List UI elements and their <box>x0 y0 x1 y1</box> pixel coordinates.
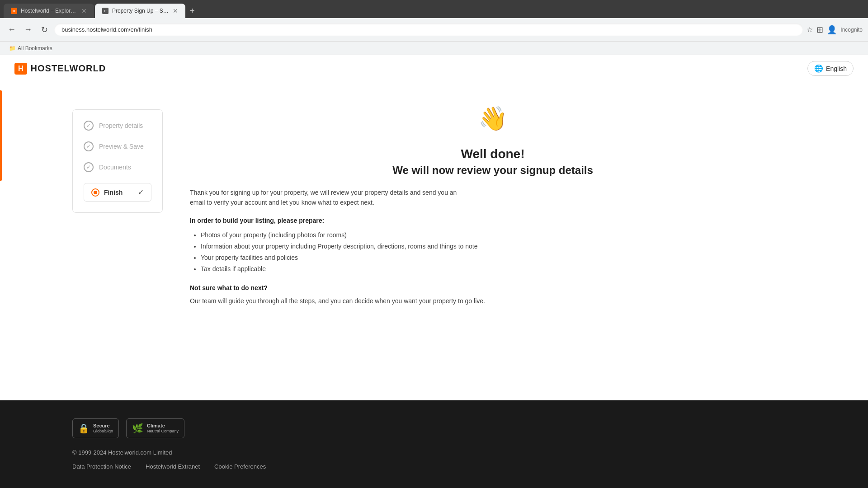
step-label-documents: Documents <box>99 164 131 171</box>
address-bar-row: ← → ↻ ☆ ⊞ 👤 Incognito <box>0 18 868 42</box>
left-accent-bar <box>0 90 2 181</box>
climate-badge: 🌿 Climate Neutral Company <box>126 418 184 438</box>
tab-close-1[interactable]: ✕ <box>81 8 87 14</box>
cookie-preferences-link[interactable]: Cookie Preferences <box>214 463 266 470</box>
badge-text-climate: Climate Neutral Company <box>147 422 179 434</box>
footer-links: Data Protection Notice Hostelworld Extra… <box>72 463 796 470</box>
bullet-3: Your property facilities and policies <box>201 252 796 263</box>
bullet-2: Information about your property includin… <box>201 241 796 252</box>
page-wrapper: H HOSTELWORLD 🌐 English ✓ Property detai… <box>0 55 868 488</box>
tab-close-2[interactable]: ✕ <box>173 8 178 14</box>
active-radio <box>91 188 99 197</box>
badge-secure-sub: GlobalSign <box>93 429 113 434</box>
active-step-label: Finish <box>104 189 123 196</box>
badge-secure-title: Secure <box>93 422 113 429</box>
tab-bar: H Hostelworld – Explore the worl... ✕ P … <box>0 0 868 18</box>
profile-icon: 👤 <box>827 25 837 35</box>
well-done-title: Well done! <box>190 147 796 161</box>
tab-favicon-2: P <box>102 8 108 14</box>
refresh-button[interactable]: ↻ <box>38 23 51 36</box>
bookmark-icon[interactable]: ☆ <box>807 25 813 34</box>
extranet-link[interactable]: Hostelworld Extranet <box>146 463 200 470</box>
tab-title-1: Hostelworld – Explore the worl... <box>21 8 78 14</box>
logo-box: H <box>14 63 27 75</box>
browser-window: H Hostelworld – Explore the worl... ✕ P … <box>0 0 868 488</box>
footer-badges: 🔒 Secure GlobalSign 🌿 Climate Neutral Co… <box>72 418 796 438</box>
bookmarks-folder[interactable]: 📁 All Bookmarks <box>5 44 56 52</box>
tab-favicon-1: H <box>11 8 17 14</box>
footer: 🔒 Secure GlobalSign 🌿 Climate Neutral Co… <box>0 400 868 488</box>
folder-icon: 📁 <box>9 45 16 52</box>
step-label-property: Property details <box>99 122 143 129</box>
wave-emoji: 👋 <box>478 105 508 132</box>
language-label: English <box>826 65 847 72</box>
back-button[interactable]: ← <box>5 23 18 36</box>
forward-button[interactable]: → <box>22 23 34 36</box>
tab-hostelworld[interactable]: H Hostelworld – Explore the worl... ✕ <box>4 4 94 18</box>
bullet-1: Photos of your property (including photo… <box>201 230 796 241</box>
active-radio-inner <box>94 191 97 194</box>
bullet-4: Tax details if applicable <box>201 263 796 275</box>
step-label-preview: Preview & Save <box>99 143 144 150</box>
bookmarks-label: All Bookmarks <box>18 45 52 52</box>
step-documents: ✓ Documents <box>84 162 151 172</box>
active-step-inner: Finish <box>91 188 123 197</box>
tab-title-2: Property Sign Up – Sign Up Co... <box>112 8 169 14</box>
prepare-heading: In order to build your listing, please p… <box>190 217 796 224</box>
main-content: ✓ Property details ✓ Preview & Save ✓ Do… <box>0 82 868 400</box>
stepper-card: ✓ Property details ✓ Preview & Save ✓ Do… <box>72 109 163 213</box>
new-tab-button[interactable]: + <box>186 5 198 18</box>
active-step-finish: Finish ✓ <box>84 183 151 202</box>
review-subtitle: We will now review your signup details <box>190 164 796 177</box>
checkmark-icon: ✓ <box>138 188 144 197</box>
address-input[interactable] <box>54 23 803 36</box>
globe-icon: 🌐 <box>814 64 823 73</box>
step-icon-documents: ✓ <box>84 162 94 172</box>
logo-text: HOSTELWORLD <box>31 63 106 74</box>
step-preview-save: ✓ Preview & Save <box>84 141 151 151</box>
bookmarks-bar: 📁 All Bookmarks <box>0 42 868 55</box>
data-protection-link[interactable]: Data Protection Notice <box>72 463 131 470</box>
step-icon-property: ✓ <box>84 121 94 131</box>
profile-area: 👤 Incognito <box>827 25 863 35</box>
step-icon-preview: ✓ <box>84 141 94 151</box>
logo[interactable]: H HOSTELWORLD <box>14 63 106 75</box>
thank-you-text: Thank you for signing up for your proper… <box>190 188 470 208</box>
site-header: H HOSTELWORLD 🌐 English <box>0 55 868 82</box>
bullet-list: Photos of your property (including photo… <box>190 230 796 275</box>
language-button[interactable]: 🌐 English <box>807 61 854 76</box>
secure-badge: 🔒 Secure GlobalSign <box>72 418 119 438</box>
tab-property-signup[interactable]: P Property Sign Up – Sign Up Co... ✕ <box>95 4 185 18</box>
extension-icon: ⊞ <box>816 25 823 35</box>
guide-text: Our team will guide you through all the … <box>190 296 796 306</box>
badge-climate-sub: Neutral Company <box>147 429 179 434</box>
badge-text-secure: Secure GlobalSign <box>93 422 113 434</box>
lock-icon: 🔒 <box>78 423 90 434</box>
leaf-icon: 🌿 <box>132 423 143 434</box>
badge-climate-title: Climate <box>147 422 179 429</box>
not-sure-heading: Not sure what to do next? <box>190 284 796 291</box>
footer-copyright: © 1999-2024 Hostelworld.com Limited <box>72 449 796 456</box>
step-property-details: ✓ Property details <box>84 121 151 131</box>
finish-content: 👋 Well done! We will now review your sig… <box>190 100 796 382</box>
incognito-label: Incognito <box>840 27 863 33</box>
